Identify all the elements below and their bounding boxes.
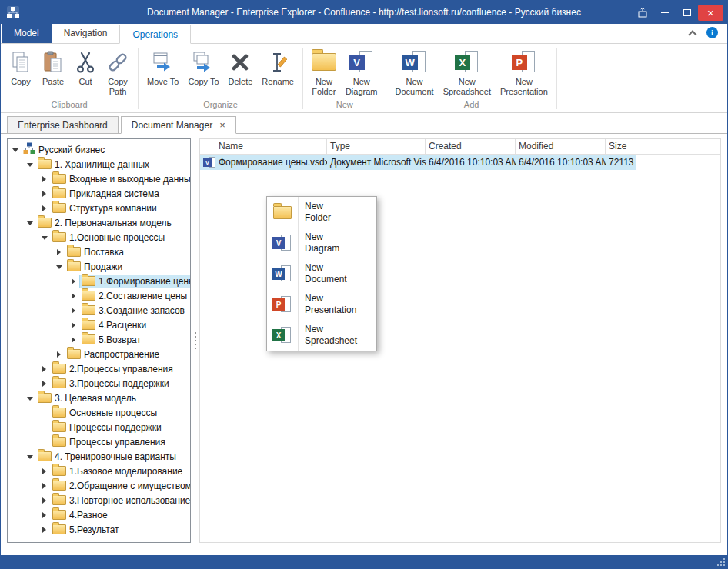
triangle-right-icon[interactable] (69, 277, 78, 286)
tree-item[interactable]: Структура компании (8, 201, 190, 215)
tree-item[interactable]: 5.Возврат (8, 332, 190, 347)
menu-item-new-document[interactable]: W New Document (267, 258, 376, 289)
triangle-right-icon[interactable] (40, 175, 49, 184)
triangle-right-icon[interactable] (40, 204, 49, 213)
column-header-type[interactable]: Type (327, 139, 426, 154)
triangle-down-icon[interactable] (55, 262, 64, 271)
new-folder-button[interactable]: New Folder (307, 46, 341, 98)
new-document-button[interactable]: W New Document (390, 46, 438, 98)
close-tab-icon[interactable]: × (219, 120, 225, 130)
column-header-name[interactable]: Name (215, 139, 327, 154)
triangle-right-icon[interactable] (69, 306, 78, 315)
tree-item[interactable]: 2. Первоначальная модель (8, 215, 190, 230)
folder-icon (82, 334, 95, 344)
info-icon[interactable]: i (706, 27, 718, 38)
tree-item[interactable]: 3.Процессы поддержки (8, 376, 190, 391)
tree-item-selected[interactable]: 1.Формирование цены (8, 274, 190, 288)
delete-button[interactable]: Delete (224, 46, 258, 98)
maximize-button[interactable] (676, 5, 698, 21)
menu-item-new-presentation[interactable]: P New Presentation (267, 289, 376, 320)
move-to-button[interactable]: Move To (142, 46, 183, 98)
tree-item[interactable]: 2.Процессы управления (8, 361, 190, 376)
triangle-right-icon[interactable] (40, 189, 49, 198)
new-spreadsheet-button[interactable]: X New Spreadsheet (439, 46, 496, 98)
paste-button[interactable]: Paste (37, 46, 69, 98)
tree-item[interactable]: 3. Целевая модель (8, 391, 190, 405)
tab-operations[interactable]: Operations (119, 25, 191, 44)
tree-item[interactable]: 4.Разное (8, 507, 190, 522)
new-diagram-button[interactable]: V New Diagram (341, 46, 382, 98)
panel-splitter[interactable] (191, 138, 199, 543)
triangle-right-icon[interactable] (40, 467, 49, 476)
cut-button[interactable]: Cut (69, 46, 102, 98)
triangle-right-icon[interactable] (55, 248, 64, 257)
close-button[interactable]: × (698, 5, 723, 21)
menu-item-new-diagram[interactable]: V New Diagram (267, 228, 376, 258)
triangle-right-icon[interactable] (69, 335, 78, 344)
tree-item[interactable]: 1.Базовое моделирование (8, 464, 190, 478)
triangle-right-icon[interactable] (40, 511, 49, 520)
tab-model[interactable]: Model (2, 23, 52, 43)
copy-to-button[interactable]: Copy To (183, 46, 223, 98)
rename-button[interactable]: Rename (257, 46, 299, 98)
menu-item-new-folder[interactable]: New Folder (267, 197, 376, 228)
tree-item[interactable]: 3.Создание запасов (8, 303, 190, 318)
copy-button[interactable]: Copy (5, 46, 37, 98)
triangle-right-icon[interactable] (40, 525, 49, 534)
triangle-down-icon[interactable] (25, 452, 35, 461)
visio-icon: V (267, 228, 299, 258)
resize-grip[interactable] (716, 557, 725, 566)
tree-item[interactable]: Русский бизнес (8, 142, 190, 157)
tree-item[interactable]: Прикладная система (8, 186, 190, 201)
menu-item-new-spreadsheet[interactable]: X New Spreadsheet (267, 320, 376, 351)
tree-item[interactable]: Поставка (8, 245, 190, 259)
file-created: 6/4/2016 10:10:03 AM (426, 157, 516, 168)
folder-icon (82, 305, 95, 315)
triangle-down-icon[interactable] (40, 233, 49, 242)
column-header-icon[interactable] (200, 139, 215, 154)
triangle-right-icon[interactable] (40, 379, 49, 388)
tree-item[interactable]: Основные процессы (8, 405, 190, 420)
tree-item[interactable]: 1. Хранилище данных (8, 157, 190, 171)
tree-item[interactable]: 5.Результат (8, 522, 190, 537)
tree-item[interactable]: 4.Расценки (8, 318, 190, 332)
title-bar: Document Manager - Enterprise Explorer -… (1, 1, 727, 24)
file-row[interactable]: V Формирование цены.vsdx Документ Micros… (200, 155, 636, 170)
triangle-down-icon[interactable] (25, 218, 35, 228)
app-icon (6, 5, 20, 19)
paste-icon (42, 48, 65, 75)
triangle-right-icon[interactable] (69, 321, 78, 330)
triangle-right-icon[interactable] (69, 291, 78, 301)
tree-item[interactable]: 1.Основные процессы (8, 230, 190, 245)
tab-enterprise-dashboard[interactable]: Enterprise Dashboard (7, 116, 119, 133)
tab-navigation[interactable]: Navigation (52, 24, 120, 43)
copy-to-icon (192, 48, 215, 75)
tree-item[interactable]: 3.Повторное использование... (8, 493, 190, 507)
triangle-right-icon[interactable] (40, 481, 49, 491)
new-presentation-button[interactable]: P New Presentation (496, 46, 553, 98)
tree-item[interactable]: 2.Составление цены (8, 288, 190, 303)
triangle-right-icon[interactable] (40, 364, 49, 374)
minimize-button[interactable] (653, 5, 676, 21)
copy-path-button[interactable]: Copy Path (102, 46, 134, 98)
tab-document-manager[interactable]: Document Manager × (121, 116, 236, 134)
status-bar (1, 555, 727, 568)
column-header-modified[interactable]: Modified (516, 139, 606, 154)
tree-item[interactable]: 2.Обращение с имуществом (8, 478, 190, 493)
fullscreen-toggle-button[interactable] (631, 5, 653, 21)
tree-item[interactable]: Процессы управления (8, 434, 190, 449)
tree-item[interactable]: 4. Тренировочные варианты (8, 449, 190, 464)
tree-item[interactable]: Входные и выходные данные (8, 171, 190, 186)
column-header-size[interactable]: Size (606, 139, 636, 154)
tree-item[interactable]: Распространение (8, 347, 190, 361)
triangle-right-icon[interactable] (40, 496, 49, 505)
folder-icon (38, 159, 52, 169)
triangle-down-icon[interactable] (25, 394, 35, 403)
triangle-right-icon[interactable] (55, 350, 64, 359)
tree-item[interactable]: Продажи (8, 259, 190, 274)
triangle-down-icon[interactable] (25, 160, 35, 169)
column-header-created[interactable]: Created (426, 139, 516, 154)
triangle-down-icon[interactable] (11, 145, 20, 155)
tree-item[interactable]: Процессы поддержки (8, 420, 190, 434)
collapse-ribbon-chevron-icon[interactable] (688, 30, 696, 38)
